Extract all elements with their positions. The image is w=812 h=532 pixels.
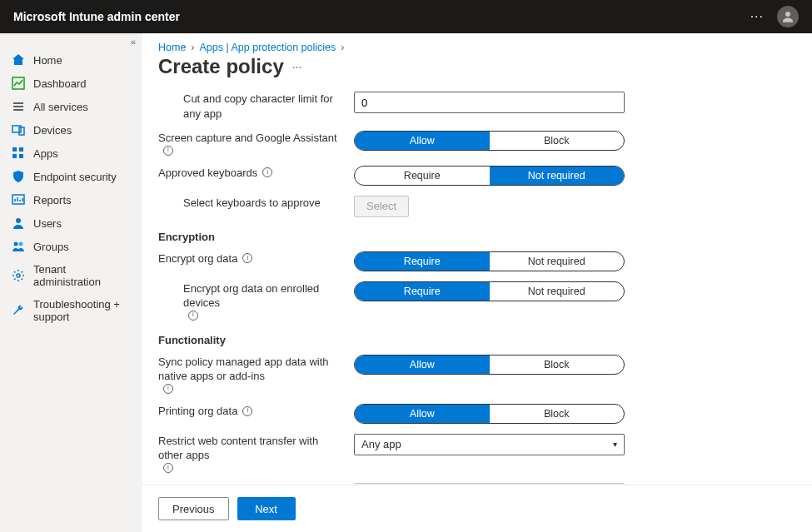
approved-keyboards-require[interactable]: Require [355, 167, 490, 185]
wizard-footer: Previous Next [142, 485, 812, 532]
label-printing: Printing org data [158, 404, 237, 419]
label-cut-copy-limit: Cut and copy character limit for any app [158, 92, 354, 121]
svg-rect-4 [12, 147, 17, 152]
sync-native-toggle[interactable]: Allow Block [354, 355, 625, 375]
printing-block[interactable]: Block [490, 405, 625, 423]
previous-button[interactable]: Previous [158, 497, 229, 520]
label-approved-keyboards: Approved keyboards [158, 166, 257, 181]
product-title: Microsoft Intune admin center [13, 10, 180, 23]
sidebar-item-label: All services [33, 101, 88, 113]
sidebar-item-groups[interactable]: Groups [0, 235, 141, 258]
sidebar-item-label: Troubleshooting + support [33, 298, 129, 323]
sidebar-item-label: Tenant administration [33, 263, 129, 288]
reports-icon [12, 193, 25, 206]
sync-native-allow[interactable]: Allow [355, 355, 490, 374]
encrypt-org-toggle[interactable]: Require Not required [354, 251, 625, 271]
encrypt-enrolled-toggle[interactable]: Require Not required [354, 281, 625, 301]
svg-point-0 [785, 12, 790, 17]
encrypt-enrolled-notrequired[interactable]: Not required [490, 282, 625, 301]
sync-native-block[interactable]: Block [490, 355, 625, 374]
label-select-keyboards: Select keyboards to approve [158, 196, 354, 211]
chevron-down-icon: ▾ [613, 440, 617, 449]
screen-capture-allow[interactable]: Allow [355, 132, 490, 150]
sidebar-item-label: Apps [33, 147, 58, 160]
sidebar-item-label: Reports [33, 194, 72, 206]
sidebar-item-all-services[interactable]: All services [0, 95, 141, 118]
svg-rect-5 [19, 147, 23, 152]
sidebar-item-label: Dashboard [33, 77, 87, 90]
sidebar-item-reports[interactable]: Reports [0, 188, 141, 211]
restrict-web-value: Any app [361, 438, 401, 450]
select-keyboards-button: Select [354, 196, 409, 217]
info-icon[interactable]: i [262, 167, 272, 177]
info-icon[interactable]: i [163, 463, 173, 473]
svg-point-12 [17, 274, 20, 277]
sidebar-item-label: Devices [33, 124, 72, 137]
encrypt-org-require[interactable]: Require [355, 252, 490, 271]
collapse-sidebar-icon[interactable]: « [131, 37, 136, 47]
label-restrict-web: Restrict web content transfer with other… [158, 434, 344, 463]
svg-point-10 [14, 242, 18, 246]
chevron-right-icon: › [191, 42, 194, 53]
svg-rect-6 [12, 154, 17, 158]
sidebar-item-endpoint-security[interactable]: Endpoint security [0, 165, 141, 188]
sidebar-item-troubleshooting[interactable]: Troubleshooting + support [0, 293, 141, 328]
label-encrypt-org: Encrypt org data [158, 251, 237, 266]
groups-icon [12, 240, 25, 253]
sidebar-item-label: Users [33, 217, 62, 230]
breadcrumb: Home › Apps | App protection policies › [142, 33, 812, 53]
sidebar-item-label: Groups [33, 241, 69, 253]
sidebar-item-home[interactable]: Home [0, 48, 141, 72]
screen-capture-block[interactable]: Block [490, 132, 625, 150]
dashboard-icon [12, 77, 25, 90]
avatar[interactable] [777, 6, 799, 27]
info-icon[interactable]: i [188, 311, 198, 321]
topbar: Microsoft Intune admin center ··· [0, 0, 812, 33]
svg-point-9 [16, 218, 21, 223]
breadcrumb-apps[interactable]: Apps | App protection policies [200, 42, 336, 53]
page-actions-icon[interactable]: ··· [292, 60, 302, 73]
sidebar: « Home Dashboard All services Devices Ap… [0, 33, 142, 532]
section-functionality: Functionality [158, 326, 795, 350]
sidebar-item-tenant-admin[interactable]: Tenant administration [0, 258, 141, 293]
breadcrumb-home[interactable]: Home [158, 42, 186, 53]
screen-capture-toggle[interactable]: Allow Block [354, 131, 625, 151]
sidebar-item-apps[interactable]: Apps [0, 142, 141, 165]
label-screen-capture: Screen capture and Google Assistant [158, 131, 337, 146]
page-title: Create policy [158, 55, 284, 78]
approved-keyboards-notrequired[interactable]: Not required [490, 167, 625, 185]
printing-allow[interactable]: Allow [355, 405, 490, 423]
label-sync-native: Sync policy managed app data with native… [158, 355, 344, 384]
label-encrypt-enrolled: Encrypt org data on enrolled devices [183, 281, 344, 311]
users-icon [12, 216, 25, 230]
svg-point-11 [19, 242, 23, 246]
all-services-icon [12, 100, 25, 113]
home-icon [12, 53, 25, 67]
sidebar-item-dashboard[interactable]: Dashboard [0, 72, 141, 95]
apps-icon [12, 147, 25, 160]
sidebar-item-users[interactable]: Users [0, 211, 141, 235]
printing-toggle[interactable]: Allow Block [354, 404, 625, 424]
cut-copy-limit-input[interactable] [354, 92, 625, 113]
encrypt-org-notrequired[interactable]: Not required [490, 252, 625, 271]
gear-icon [12, 269, 25, 282]
svg-rect-3 [19, 127, 24, 135]
info-icon[interactable]: i [163, 146, 173, 156]
sidebar-item-label: Endpoint security [33, 171, 117, 183]
info-icon[interactable]: i [242, 406, 252, 416]
svg-rect-7 [19, 154, 23, 158]
chevron-right-icon: › [341, 42, 344, 53]
shield-icon [12, 170, 25, 183]
sidebar-item-devices[interactable]: Devices [0, 118, 141, 142]
info-icon[interactable]: i [242, 253, 252, 263]
sidebar-item-label: Home [33, 54, 62, 67]
more-actions-icon[interactable]: ··· [750, 9, 764, 24]
restrict-web-select[interactable]: Any app ▾ [354, 434, 625, 455]
encrypt-enrolled-require[interactable]: Require [355, 282, 490, 301]
approved-keyboards-toggle[interactable]: Require Not required [354, 166, 625, 186]
wrench-icon [12, 304, 25, 317]
devices-icon [12, 123, 25, 137]
next-button[interactable]: Next [237, 497, 296, 520]
info-icon[interactable]: i [163, 384, 173, 394]
section-encryption: Encryption [158, 222, 795, 246]
